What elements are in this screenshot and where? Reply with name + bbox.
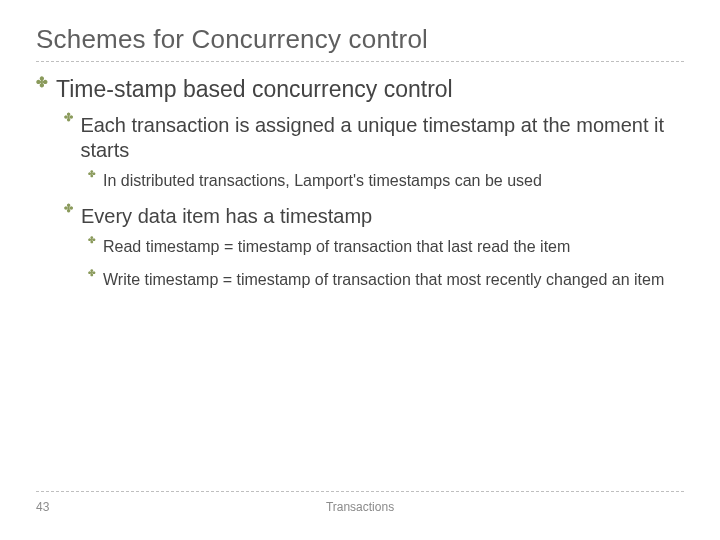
bullet-text: Write timestamp = timestamp of transacti… [103,270,664,291]
bullet-level1: ✤ Time-stamp based concurrency control [36,76,684,103]
slide: Schemes for Concurrency control ✤ Time-s… [0,0,720,540]
bullet-icon: ✤ [64,112,74,162]
bullet-icon: ✤ [88,170,97,191]
bullet-text: Time-stamp based concurrency control [56,76,453,103]
bullet-text: In distributed transactions, Lamport's t… [103,171,542,192]
bullet-icon: ✤ [88,269,97,290]
bullet-icon: ✤ [88,236,97,257]
bullet-level2: ✤ Every data item has a timestamp [64,204,684,229]
title-divider: Schemes for Concurrency control [36,24,684,62]
bullet-level3: ✤ Read timestamp = timestamp of transact… [88,237,684,258]
bullet-icon: ✤ [64,203,75,228]
bullet-text: Read timestamp = timestamp of transactio… [103,237,570,258]
bullet-text: Every data item has a timestamp [81,204,372,229]
bullet-level3: ✤ Write timestamp = timestamp of transac… [88,270,684,291]
slide-footer: 43 Transactions [36,491,684,514]
slide-title: Schemes for Concurrency control [36,24,684,55]
bullet-text: Each transaction is assigned a unique ti… [80,113,684,163]
bullet-level2: ✤ Each transaction is assigned a unique … [64,113,684,163]
bullet-level3: ✤ In distributed transactions, Lamport's… [88,171,684,192]
bullet-icon: ✤ [36,75,50,102]
footer-topic: Transactions [36,500,684,514]
